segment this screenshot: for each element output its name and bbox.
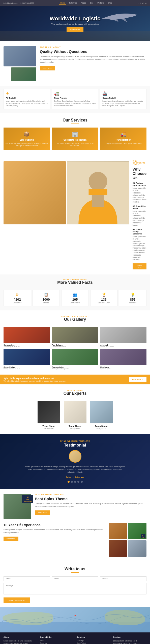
- best-left-image: 10 Year Experience: [4, 494, 31, 519]
- best-right-image-3: [109, 540, 127, 557]
- message-textarea[interactable]: [4, 583, 146, 594]
- expert-name-1: Team Name: [38, 425, 60, 427]
- cta-button[interactable]: Read More →: [129, 377, 146, 382]
- gallery-item-transportation[interactable]: Transportation Moving the nation growth: [52, 349, 98, 370]
- facebook-icon[interactable]: f: [138, 2, 139, 4]
- packing-icon: 📦: [6, 131, 48, 137]
- footer-service-road[interactable]: Road Freight: [77, 642, 110, 644]
- testimonial-dot-3[interactable]: [74, 481, 76, 483]
- hero-cta-button[interactable]: Read More: [67, 27, 84, 32]
- facts-section: MORE VALUED FACTS More Valued Facts ⚙ 41…: [0, 274, 150, 310]
- expert-name-3: Team Name: [90, 425, 113, 427]
- svg-point-1: [88, 172, 107, 191]
- expert-name-2: Team Name: [64, 425, 86, 427]
- best-top: 10 Year Experience Best Weather Template…: [4, 494, 146, 519]
- gallery-item-construction[interactable]: Construction Those projects do its lot: [4, 327, 50, 347]
- nav-link-pages[interactable]: Pages: [80, 2, 87, 5]
- satisfaction-number: 4102: [5, 298, 30, 301]
- experience-content: 10 Year Of Experience Lorem ipsum is tha…: [4, 523, 105, 541]
- about-section: ABOUT US / ABOUT Quality Without Questio…: [0, 41, 150, 86]
- expert-card-2: Team Name Designation: [64, 401, 86, 429]
- gallery-section: OUR GALLERY / GALLERY Our Gallery Constr…: [0, 310, 150, 375]
- fact-card-projects: 📋 1000 Projects: [33, 290, 60, 306]
- gallery-item-ocean[interactable]: Ocean Freight Getting projects do its lo…: [4, 349, 50, 370]
- fact-card-feedback: 💡 857 Feedback: [119, 290, 146, 306]
- footer-services-title: Services: [77, 636, 110, 638]
- twitter-icon[interactable]: t: [140, 2, 140, 4]
- gallery-item-industrial[interactable]: Industrial Tele bus and Fresher: [100, 327, 146, 347]
- testimonial-dot-4[interactable]: [77, 481, 79, 483]
- gallery-item-warehouse[interactable]: Warehouse Improved grade: [100, 349, 146, 370]
- feedback-number: 857: [120, 298, 145, 301]
- gallery-item-delivery[interactable]: Fast Delivery These delivery lorries: [52, 327, 98, 347]
- why-section: WHY CHOOSE US / WHY Why Choose Us 01. Fe…: [0, 155, 150, 274]
- best-tag: Best Weather Template: [35, 494, 146, 496]
- why-item-2-title: 02. Guard like a star: [133, 205, 146, 210]
- navbar-contact: info@logistic.com +1 (800) 560-1000: [4, 2, 34, 4]
- testimonial-author: Spinx → Spinx use: [4, 476, 146, 478]
- cta-banner: Spinx fully experienced numbers in the m…: [0, 375, 150, 384]
- best-cta-button[interactable]: Read More: [35, 510, 50, 515]
- footer-about-title: About: [4, 636, 37, 638]
- email-input[interactable]: [52, 576, 98, 581]
- linkedin-icon[interactable]: in: [145, 2, 146, 4]
- ocean-freight-title: Ocean Freight: [102, 97, 144, 99]
- navbar-phone: +1 (800) 560-1000: [19, 2, 34, 4]
- facts-title: More Valued Facts: [4, 280, 146, 285]
- why-item-1: 01. Feature eight lorem all Lorem ipsum …: [133, 182, 146, 203]
- expert-photo-1: [38, 401, 60, 423]
- footer-col-services: Services Air Freight Road Freight Ocean …: [77, 636, 110, 644]
- service-card-transport: 🚚 Transportation Complete transportation…: [100, 128, 146, 150]
- why-image-worker: [67, 161, 129, 224]
- best-bottom: 10 Year Of Experience Lorem ipsum is tha…: [4, 523, 146, 557]
- why-title: Why Choose Us: [133, 167, 146, 180]
- best-section: 10 Year Experience Best Weather Template…: [0, 489, 150, 562]
- nav-link-shop[interactable]: Shop: [107, 2, 113, 5]
- freight-card-air: ✈ Air Freight Lorem ipsum is simply dumm…: [4, 89, 50, 109]
- gallery-title: Our Gallery: [4, 317, 146, 322]
- best-right-image-2: 10Year: [128, 523, 146, 539]
- nav-link-portfolio[interactable]: Portfolio: [96, 2, 105, 5]
- expert-role-1: Designation: [38, 427, 60, 429]
- best-text: Lorem ipsum is that you should not be mo…: [35, 502, 146, 508]
- name-input[interactable]: [4, 576, 50, 581]
- best-right-images: 10Year: [109, 523, 146, 557]
- fact-card-occasions: 🏆 133 Occasions Given: [90, 290, 118, 306]
- hero-subtitle: Your packages will not be damaged with o…: [51, 23, 99, 25]
- gallery-label-transportation: Transportation: [52, 366, 98, 368]
- service-card-relocation: 🏢 Corporate Relocation The fastest servi…: [52, 128, 98, 150]
- gallery-label-warehouse: Warehouse: [100, 366, 146, 368]
- nav-link-industries[interactable]: Industries: [68, 2, 78, 5]
- gallery-label-ocean: Ocean Freight: [4, 366, 50, 368]
- why-item-1-title: 01. Feature eight lorem all: [133, 182, 146, 186]
- about-image-large: [4, 46, 36, 66]
- experience-cta-button[interactable]: Read More: [4, 537, 18, 541]
- about-cta-button[interactable]: Read More: [40, 66, 55, 70]
- services-title: Our Services: [4, 118, 146, 123]
- google-icon[interactable]: g+: [142, 2, 144, 4]
- ocean-freight-text: Lorem ipsum is simply dummy text that we…: [102, 100, 144, 107]
- testimonial-dot-1[interactable]: [68, 481, 70, 483]
- projects-label: Projects: [34, 302, 59, 304]
- testimonial-dot-2[interactable]: [71, 481, 73, 483]
- navbar-social: f t g+ in: [138, 2, 146, 4]
- phone-input[interactable]: [100, 576, 146, 581]
- footer-col-contact: Contact 123 Logistic St. City, State 123…: [113, 636, 146, 644]
- why-cta-button[interactable]: Read More: [133, 263, 146, 269]
- footer: About Lorem ipsum dolor sit amet consect…: [0, 632, 150, 644]
- about-text: Lorem ipsum providing full range of serv…: [40, 56, 146, 64]
- nav-link-blog[interactable]: Blog: [89, 2, 94, 5]
- expert-card-1: Team Name Designation: [38, 401, 60, 429]
- projects-icon: 📋: [34, 293, 59, 297]
- why-images: [4, 160, 129, 203]
- relocation-text: The fastest service to corporate Lorem i…: [54, 142, 96, 147]
- nav-link-home[interactable]: Home: [59, 2, 66, 5]
- footer-link-home[interactable]: Home: [40, 640, 74, 641]
- experts-tag: OUR EXPERTS: [4, 389, 146, 391]
- road-freight-title: Road Freight: [54, 97, 96, 99]
- footer-service-air[interactable]: Air Freight: [77, 640, 110, 641]
- submit-button[interactable]: SEND MESSAGE: [4, 597, 30, 603]
- testimonial-dot-5[interactable]: [81, 481, 83, 483]
- gallery-sublabel-construction: Those projects do its lot: [4, 346, 50, 347]
- footer-link-about[interactable]: About Us: [40, 642, 74, 644]
